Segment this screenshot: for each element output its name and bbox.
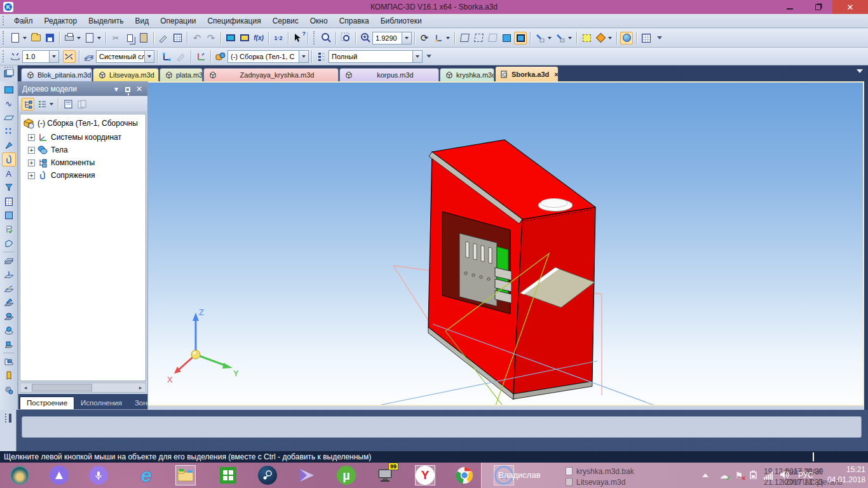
preview-dropdown[interactable] <box>97 37 101 39</box>
plane-sketch-icon[interactable] <box>2 281 16 295</box>
plane-icon[interactable] <box>2 254 16 268</box>
edited-object-dropdown[interactable] <box>299 51 308 62</box>
viewport-3d[interactable]: Z Y X <box>148 81 864 406</box>
corner-feature-icon[interactable] <box>2 236 16 250</box>
layers-button[interactable] <box>83 50 95 63</box>
tab-list-dropdown[interactable] <box>857 69 863 73</box>
spline-icon[interactable]: ∿ <box>2 97 16 111</box>
tab-blok-pitania[interactable]: Blok_pitania.m3d <box>21 68 92 81</box>
scroll-left-icon[interactable]: ◂ <box>20 384 31 391</box>
scroll-right-icon[interactable]: ▸ <box>135 384 146 391</box>
property-bar-grip[interactable] <box>0 410 17 451</box>
menu-select[interactable]: Выделить <box>83 15 129 27</box>
paste-button[interactable] <box>137 32 150 44</box>
orientation-button[interactable] <box>432 32 445 44</box>
help-monitor-button[interactable] <box>238 32 251 44</box>
undo-icon[interactable]: ↶ <box>191 32 203 44</box>
menu-libraries[interactable]: Библиотеки <box>375 15 428 27</box>
wireframe-mode-button[interactable] <box>458 32 471 44</box>
properties-table-button[interactable] <box>171 32 184 44</box>
tree-composition-button[interactable] <box>36 98 48 111</box>
tree-relations-button[interactable] <box>62 98 74 111</box>
network-flag-icon[interactable]: ⚑✕ <box>735 470 743 480</box>
variables-window-button[interactable] <box>224 32 237 44</box>
tree-composition-dropdown[interactable] <box>50 103 53 105</box>
step-icon[interactable] <box>9 50 22 63</box>
toolbar2-grip[interactable] <box>3 50 6 62</box>
edit-part-icon[interactable] <box>2 83 16 97</box>
redo-icon[interactable]: ↷ <box>205 32 217 44</box>
voice-search-icon[interactable] <box>88 465 109 485</box>
section-zone-dropdown[interactable] <box>568 37 572 39</box>
gold-panel-icon[interactable] <box>2 369 16 383</box>
revolve-surface-icon[interactable] <box>2 323 16 337</box>
direct-edit-icon[interactable] <box>2 139 16 152</box>
tray-expand-icon[interactable] <box>702 473 709 477</box>
hidden-lines-mode-button[interactable] <box>472 32 485 44</box>
measure-compass-icon[interactable]: A <box>2 166 16 180</box>
cloud-sync-icon[interactable]: ☁✓ <box>719 470 728 480</box>
kmplayer-icon[interactable] <box>297 465 317 485</box>
tab-korpus[interactable]: korpus.m3d <box>339 68 439 81</box>
close-button[interactable]: ✕ <box>832 0 868 14</box>
file-explorer-icon[interactable] <box>175 465 196 485</box>
expand-icon[interactable]: + <box>28 147 35 154</box>
rotate-view-icon[interactable]: ⟳ <box>418 32 431 44</box>
zoom-scale-dropdown[interactable] <box>402 32 411 44</box>
menu-view[interactable]: Вид <box>130 15 155 27</box>
context-help-cursor-button[interactable]: ? <box>292 32 304 44</box>
start-button[interactable] <box>10 465 30 485</box>
menu-specification[interactable]: Спецификация <box>201 15 266 27</box>
menu-editor[interactable]: Редактор <box>39 15 83 27</box>
yandex-browser-icon[interactable]: Y <box>415 465 435 485</box>
layer-dropdown[interactable] <box>144 51 154 62</box>
sheet-body-icon[interactable] <box>2 355 16 369</box>
toolbar2-overflow-chevron[interactable] <box>426 55 431 58</box>
section-zone-button[interactable] <box>554 32 567 44</box>
tab-litsevaya[interactable]: Litsevaya.m3d <box>93 68 159 81</box>
menubar-grip[interactable] <box>3 16 6 25</box>
zoom-selection-button[interactable] <box>339 32 352 44</box>
new-document-dropdown[interactable] <box>23 37 27 39</box>
fx-variables-icon[interactable]: f(x) <box>252 32 265 44</box>
report-icon[interactable] <box>2 194 16 208</box>
new-document-button[interactable] <box>9 32 22 44</box>
cut-icon[interactable]: ✂ <box>109 32 122 44</box>
layer-combo[interactable]: Системный слой (0) <box>96 50 154 63</box>
expand-icon[interactable]: + <box>28 134 35 141</box>
print-dropdown[interactable] <box>77 37 81 39</box>
orientation-dropdown[interactable] <box>446 37 450 39</box>
docbar-grip[interactable] <box>4 67 13 68</box>
tree-pin-icon[interactable] <box>123 86 132 93</box>
renumber-icon[interactable]: 1·2 <box>272 32 285 44</box>
shaded-edges-mode-button[interactable] <box>514 32 527 44</box>
language-indicator[interactable]: РУС <box>798 471 813 480</box>
extrude-body-icon[interactable] <box>2 337 16 351</box>
model-tree-header[interactable]: Дерево модели ▼ ✕ <box>18 82 147 96</box>
snap-toggle-button[interactable] <box>63 50 76 63</box>
copy-button[interactable] <box>123 32 136 44</box>
section-view-dropdown[interactable] <box>548 37 552 39</box>
perspective-dropdown[interactable] <box>608 37 612 39</box>
tab-plata[interactable]: plata.m3d <box>159 68 203 81</box>
rotate-model-button[interactable] <box>620 32 633 44</box>
edited-object-combo[interactable]: (-) Сборка (Тел-1, С <box>227 50 309 63</box>
array-icon[interactable] <box>2 125 16 139</box>
plane-point-icon[interactable] <box>2 295 16 309</box>
save-button[interactable] <box>43 32 56 44</box>
tab-versions[interactable]: Исполнения <box>74 397 128 409</box>
step-combo[interactable]: 1.0 <box>22 50 59 63</box>
restore-button[interactable] <box>804 0 832 14</box>
tree-item-bodies[interactable]: + Тела <box>23 144 146 156</box>
panel-icon[interactable] <box>2 208 16 222</box>
menu-window[interactable]: Окно <box>304 15 334 27</box>
tree-item-coordinate-systems[interactable]: + Системы координат <box>23 131 146 144</box>
gear-icon[interactable] <box>2 383 16 396</box>
step-dropdown[interactable] <box>49 51 58 62</box>
tree-close-icon[interactable]: ✕ <box>135 85 144 93</box>
signal-bars-icon[interactable] <box>764 471 773 480</box>
menu-operations[interactable]: Операции <box>154 15 201 27</box>
plane-axis-icon[interactable] <box>2 268 16 281</box>
tab-zadnyaya-kryshka[interactable]: Zadnyaya_kryshka.m3d <box>203 68 339 81</box>
zoom-in-button[interactable] <box>359 32 372 44</box>
